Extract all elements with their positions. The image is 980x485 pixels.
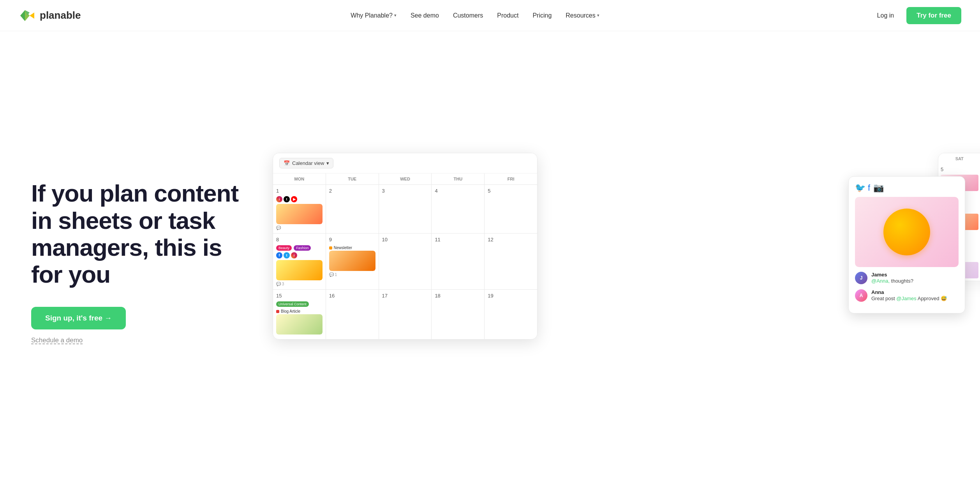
post-preview-image — [855, 197, 959, 267]
calendar-grid: MON TUE WED THU FRI 1 i t ▶ 💬 — [273, 173, 537, 339]
comment-james: J James @Anna, thoughts? — [855, 272, 959, 285]
calendar-post[interactable] — [329, 251, 375, 271]
calendar-day-1: 1 i t ▶ 💬 — [273, 185, 326, 233]
schedule-demo-button[interactable]: Schedule a demo — [31, 336, 83, 344]
nav-actions: Log in Try for free — [869, 7, 961, 24]
calendar-ui: 📅 Calendar view ▾ MON TUE WED THU FRI 1 … — [273, 153, 538, 340]
day-header-wed: WED — [379, 173, 432, 184]
nav-why-planable[interactable]: Why Planable? ▾ — [345, 9, 402, 22]
calendar-day-19: 19 — [485, 290, 537, 339]
nav-links: Why Planable? ▾ See demo Customers Produ… — [345, 9, 605, 22]
twitter-icon: t — [284, 252, 290, 258]
signup-button[interactable]: Sign up, it's free → — [31, 307, 126, 329]
calendar-day-10: 10 — [379, 234, 432, 289]
chevron-down-icon: ▾ — [394, 13, 397, 18]
day-header-thu: THU — [432, 173, 484, 184]
facebook-icon: f — [276, 252, 282, 258]
comment-popup: 🐦 f 📷 J James @Anna, thoughts? A — [848, 176, 965, 313]
calendar-post[interactable] — [276, 204, 323, 224]
avatar-anna: A — [855, 289, 867, 302]
blog-dot — [276, 310, 279, 313]
instagram-icon: 📷 — [873, 183, 884, 193]
svg-marker-0 — [20, 10, 25, 21]
newsletter-dot — [329, 246, 332, 250]
facebook-icon: 🐦 f — [855, 183, 870, 193]
calendar-day-17: 17 — [379, 290, 432, 339]
logo-icon — [19, 7, 36, 24]
post-thumbnail — [276, 260, 323, 280]
calendar-header: 📅 Calendar view ▾ — [273, 153, 537, 173]
calendar-day-18: 18 — [432, 290, 484, 339]
calendar-day-2: 2 — [326, 185, 379, 233]
calendar-day-16: 16 — [326, 290, 379, 339]
nav-see-demo[interactable]: See demo — [405, 9, 444, 22]
instagram-icon: i — [291, 252, 297, 258]
nav-pricing[interactable]: Pricing — [527, 9, 557, 22]
tiktok-icon: t — [284, 196, 290, 202]
post-thumbnail — [329, 251, 375, 271]
login-button[interactable]: Log in — [869, 8, 902, 23]
calendar-post[interactable] — [276, 314, 323, 335]
post-thumbnail — [276, 314, 323, 335]
svg-marker-2 — [30, 12, 34, 19]
calendar-day-3: 3 — [379, 185, 432, 233]
calendar-view-button[interactable]: 📅 Calendar view ▾ — [279, 158, 333, 168]
beauty-tag: Beauty — [276, 245, 292, 251]
hero-mockup: 📅 Calendar view ▾ MON TUE WED THU FRI 1 … — [273, 153, 961, 371]
mention-anna: @Anna, — [871, 278, 890, 284]
calendar-day-12: 12 — [485, 234, 537, 289]
mention-james: @James — [896, 296, 917, 301]
hero-cta: Sign up, it's free → Schedule a demo — [31, 307, 257, 344]
calendar-day-8: 8 Beauty Fashion f t i 💬 3 — [273, 234, 326, 289]
avatar-james: J — [855, 272, 867, 284]
fashion-tag: Fashion — [294, 245, 311, 251]
calendar-day-15: 15 Universal Content Blog Article — [273, 290, 326, 339]
day-header-mon: MON — [273, 173, 326, 184]
brand-name: planable — [40, 9, 81, 21]
universal-tag: Universal Content — [276, 301, 309, 307]
post-thumbnail — [276, 204, 323, 224]
hero-title: If you plan content in sheets or task ma… — [31, 180, 257, 288]
calendar-post[interactable] — [276, 260, 323, 280]
day-header-tue: TUE — [326, 173, 379, 184]
try-for-free-button[interactable]: Try for free — [906, 7, 961, 24]
navbar: planable Why Planable? ▾ See demo Custom… — [0, 0, 980, 31]
chevron-down-icon: ▾ — [597, 13, 599, 18]
orange-decoration — [883, 209, 930, 255]
comment-anna: A Anna Great post @James Approved 😅 — [855, 289, 959, 302]
youtube-icon: ▶ — [291, 196, 297, 202]
calendar-day-4: 4 — [432, 185, 484, 233]
calendar-day-9: 9 Newsletter 💬 1 — [326, 234, 379, 289]
logo-link[interactable]: planable — [19, 7, 81, 24]
nav-resources[interactable]: Resources ▾ — [560, 9, 605, 22]
nav-product[interactable]: Product — [492, 9, 524, 22]
calendar-icon: 📅 — [284, 160, 290, 166]
hero-section: If you plan content in sheets or task ma… — [0, 31, 980, 485]
day-header-fri: FRI — [485, 173, 537, 184]
nav-customers[interactable]: Customers — [448, 9, 488, 22]
hero-content: If you plan content in sheets or task ma… — [31, 180, 257, 344]
instagram-icon: i — [276, 196, 282, 202]
calendar-day-11: 11 — [432, 234, 484, 289]
calendar-day-5: 5 — [485, 185, 537, 233]
chevron-down-icon: ▾ — [326, 160, 329, 166]
